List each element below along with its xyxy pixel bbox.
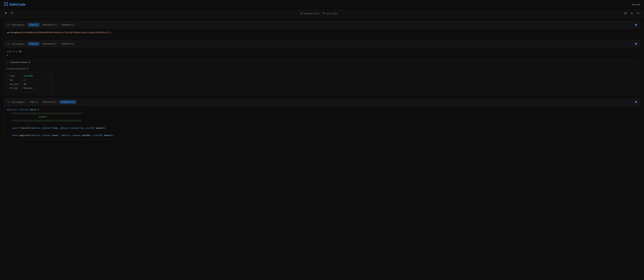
- svg-rect-3: [300, 13, 302, 14]
- tab-globalcode-1[interactable]: Globalcode i: [59, 42, 76, 46]
- tab-toplevelcode-0-label: Toplevelcode: [42, 24, 54, 26]
- tab-code-2-label: Code: [30, 101, 34, 103]
- tab-toplevelcode-2-label: Toplevelcode: [42, 101, 54, 103]
- fragment-1-label: [1] Fragment: [12, 43, 24, 45]
- play-icon: [4, 12, 7, 15]
- tab-globalcode-2[interactable]: Globalcode i: [59, 100, 76, 104]
- tab-code-1[interactable]: Code i: [28, 42, 40, 46]
- gear-icon: [637, 12, 640, 15]
- fragment-0-tabs: Code i Toplevelcode i Globalcode i: [28, 23, 76, 27]
- play-triangle-0: [635, 24, 637, 26]
- ci-row-decimal: Decimal : 10: [10, 82, 50, 86]
- compiler-icon: [300, 12, 303, 15]
- terminal-icon: [7, 61, 9, 64]
- ci-val-type: uint256: [24, 74, 33, 78]
- tab-toplevelcode-1-label: Toplevelcode: [42, 43, 54, 45]
- exec-header-label: Execution Results: [10, 61, 28, 64]
- fragment-0: </> [0] Fragment Code i Toplevelcode i G…: [4, 21, 640, 37]
- fragment-2-code: abstract contract ERC20 { /*////////////…: [4, 106, 640, 140]
- fragment-2-header: </> [2] Fragment Code i Toplevelcode i G…: [4, 99, 640, 106]
- ci-row-type: Type : uint256: [10, 74, 50, 78]
- exec-header-1[interactable]: Execution Results: [4, 60, 640, 65]
- fragment-2: </> [2] Fragment Code i Toplevelcode i G…: [4, 98, 640, 140]
- play-triangle-2: [635, 101, 637, 103]
- ci-val-string: Unknown: [24, 86, 33, 90]
- svg-rect-4: [323, 13, 324, 14]
- run-fragment-0-button[interactable]: [635, 24, 637, 26]
- ci-row-string: String : Unknown: [10, 86, 50, 90]
- toolbar-right: [624, 11, 640, 16]
- fragment-0-code-icon: </>: [7, 24, 10, 26]
- compiler-label: Compiler: 0.8.20: [304, 12, 319, 15]
- tab-globalcode-0[interactable]: Globalcode i: [59, 23, 76, 27]
- contract-interaction-1: Contract Interaction i Type : uint256 He…: [4, 65, 640, 95]
- gas-icon: [323, 12, 325, 15]
- info-icon-toplevel-0: i: [54, 24, 57, 26]
- svg-marker-2: [12, 12, 12, 13]
- fragment-0-label: [0] Fragment: [12, 24, 24, 26]
- settings-button[interactable]: [636, 11, 640, 16]
- tab-globalcode-1-label: Globalcode: [61, 43, 71, 45]
- exec-status-dot: [29, 62, 30, 63]
- fragment-1-tabs: Code i Toplevelcode i Globalcode i: [28, 42, 76, 46]
- compiler-info: Compiler: 0.8.20: [300, 12, 319, 15]
- info-icon-global-1: i: [72, 43, 74, 45]
- ci-val-hex: a: [24, 78, 25, 82]
- tab-globalcode-2-label: Globalcode: [61, 101, 71, 103]
- fragment-1-code: uint x = 10; x: [4, 48, 640, 59]
- share-icon: [624, 12, 627, 15]
- tab-toplevelcode-2[interactable]: Toplevelcode i: [40, 100, 58, 104]
- info-icon-global-2: i: [72, 101, 74, 103]
- refresh-button[interactable]: [10, 11, 14, 16]
- toolbar-center: Compiler: 0.8.20 Gas: 21000: [16, 12, 621, 15]
- main-content: </> [0] Fragment Code i Toplevelcode i G…: [0, 18, 644, 143]
- download-button[interactable]: [630, 11, 634, 16]
- fragment-0-code: vm.broadcast(0x3e00041b6f008a969598474d4…: [4, 29, 640, 37]
- ci-row-hex: Hex : a: [10, 78, 50, 82]
- tab-code-2[interactable]: Code i: [28, 100, 40, 104]
- toolbar-left: [4, 11, 14, 16]
- ci-key-string: String: [10, 86, 21, 90]
- status-dot: [632, 4, 634, 5]
- tab-code-0-label: Code: [30, 24, 34, 26]
- ci-key-decimal: Decimal: [10, 82, 21, 86]
- fragment-1: </> [1] Fragment Code i Toplevelcode i G…: [4, 40, 640, 95]
- info-icon-code-2: i: [35, 101, 38, 103]
- status-indicator: Local: [632, 3, 640, 6]
- ci-box: Type : uint256 Hex : a Decimal : 10: [7, 72, 53, 93]
- ci-key-type: Type: [10, 74, 21, 78]
- run-fragment-2-button[interactable]: [635, 101, 637, 103]
- toolbar: Compiler: 0.8.20 Gas: 21000: [0, 9, 644, 18]
- logo-icon: [4, 2, 8, 7]
- fragment-1-header: </> [1] Fragment Code i Toplevelcode i G…: [4, 40, 640, 48]
- fragment-2-code-icon: </>: [7, 101, 10, 103]
- share-button[interactable]: [624, 11, 628, 16]
- tab-toplevelcode-0[interactable]: Toplevelcode i: [40, 23, 58, 27]
- ci-val-decimal: 10: [24, 82, 26, 86]
- status-label: Local: [635, 3, 640, 6]
- tab-globalcode-0-label: Globalcode: [61, 24, 71, 26]
- fragment-1-code-icon: </>: [7, 43, 10, 45]
- info-icon-global-0: i: [72, 24, 74, 26]
- run-fragment-1-button[interactable]: [635, 43, 637, 45]
- run-button[interactable]: [4, 11, 8, 16]
- info-icon-toplevel-2: i: [54, 101, 57, 103]
- info-icon-code-1: i: [35, 43, 38, 45]
- info-icon-code-0: i: [35, 24, 38, 26]
- gas-info: Gas: 21000: [323, 12, 337, 15]
- fragment-2-label: [2] Fragment: [12, 101, 24, 103]
- tab-code-1-label: Code: [30, 43, 34, 45]
- app-title: SolicCode: [9, 3, 26, 7]
- tab-code-0[interactable]: Code i: [28, 23, 40, 27]
- ci-info-icon: i: [26, 68, 28, 70]
- gas-label: Gas: 21000: [326, 12, 337, 15]
- tab-toplevelcode-1[interactable]: Toplevelcode i: [40, 42, 58, 46]
- fragment-2-tabs: Code i Toplevelcode i Globalcode i: [28, 100, 76, 104]
- ci-title: Contract Interaction i: [7, 68, 637, 70]
- execution-results-1: Execution Results Contract Interaction i…: [4, 59, 640, 95]
- info-icon-toplevel-1: i: [54, 43, 57, 45]
- play-triangle-1: [635, 43, 637, 45]
- app-header: SolicCode Local: [0, 0, 644, 9]
- ci-key-hex: Hex: [10, 78, 21, 82]
- logo: SolicCode: [4, 2, 26, 7]
